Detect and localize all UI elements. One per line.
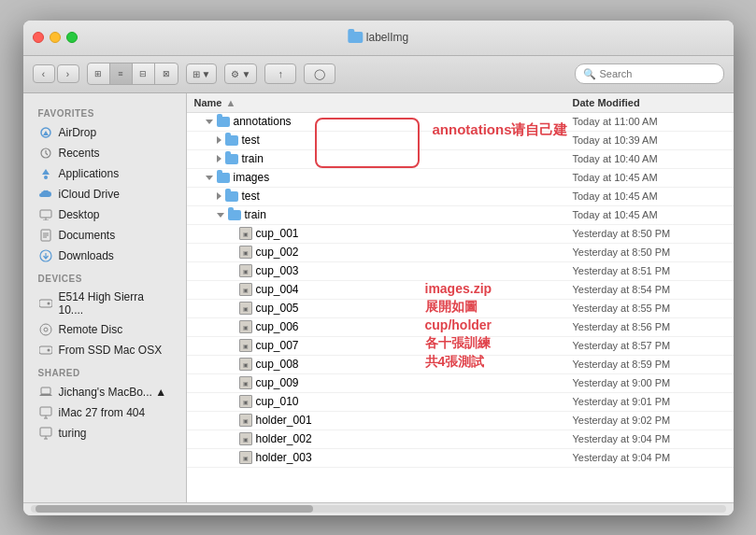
icon-view-button[interactable]: ⊞: [88, 63, 110, 84]
sidebar-item-remote[interactable]: Remote Disc: [23, 319, 186, 340]
file-name-cell: train: [187, 150, 565, 167]
back-button[interactable]: ‹: [33, 64, 55, 83]
svg-point-7: [47, 302, 50, 304]
expand-icon[interactable]: [217, 213, 224, 218]
table-row[interactable]: ▣ holder_001 Yesterday at 9:02 PM: [187, 412, 734, 430]
maximize-button[interactable]: [66, 32, 78, 43]
folder-icon: [228, 210, 241, 220]
table-row[interactable]: ▣ cup_004 Yesterday at 8:54 PM: [187, 281, 734, 300]
image-file-icon: ▣: [239, 414, 252, 427]
folder-icon: [225, 191, 238, 202]
sidebar-item-desktop[interactable]: Desktop: [23, 204, 186, 225]
sidebar-item-imac27[interactable]: iMac 27 from 404: [23, 402, 186, 423]
mac-icon: [38, 426, 53, 441]
file-date-cell: Today at 10:45 AM: [565, 189, 734, 204]
table-row[interactable]: train Today at 10:40 AM: [187, 150, 734, 169]
file-date-cell: Today at 10:39 AM: [565, 133, 734, 148]
sidebar-item-applications[interactable]: Applications: [23, 163, 186, 184]
file-date-cell: Today at 10:45 AM: [565, 207, 734, 222]
table-row[interactable]: ▣ cup_007 Yesterday at 8:57 PM: [187, 337, 734, 356]
image-file-icon: ▣: [239, 432, 252, 445]
svg-rect-12: [41, 387, 50, 394]
sidebar-item-icloud[interactable]: iCloud Drive: [23, 184, 186, 204]
image-file-icon: ▣: [239, 246, 252, 259]
arrange-button[interactable]: ⊞ ▼: [186, 63, 218, 84]
bottom-bar: [23, 502, 734, 515]
image-file-icon: ▣: [239, 320, 252, 333]
table-row[interactable]: test Today at 10:39 AM: [187, 132, 734, 150]
folder-icon: [217, 117, 230, 127]
tag-button[interactable]: ◯: [304, 63, 335, 84]
sidebar-item-recents[interactable]: Recents: [23, 143, 186, 163]
sidebar-item-downloads[interactable]: Downloads: [23, 246, 186, 266]
devices-label: Devices: [23, 266, 186, 288]
table-row[interactable]: ▣ cup_005 Yesterday at 8:55 PM: [187, 300, 734, 318]
scrollbar-thumb[interactable]: [36, 505, 314, 513]
name-column-header[interactable]: Name ▲: [187, 93, 565, 112]
table-row[interactable]: ▣ holder_002 Yesterday at 9:04 PM: [187, 430, 734, 449]
date-column-header[interactable]: Date Modified: [565, 93, 734, 112]
list-view-button[interactable]: ≡: [110, 63, 133, 84]
image-file-icon: ▣: [239, 302, 252, 315]
expand-icon[interactable]: [217, 155, 221, 162]
imac-icon: [38, 405, 53, 420]
share-button[interactable]: ↑: [264, 63, 296, 84]
svg-point-8: [40, 324, 51, 335]
desktop-icon: [38, 207, 53, 222]
table-row[interactable]: ▣ cup_008 Yesterday at 8:59 PM: [187, 356, 734, 374]
sidebar-item-fromssd[interactable]: From SSD Mac OSX: [23, 340, 186, 360]
favorites-label: Favorites: [23, 101, 186, 122]
file-date-cell: Today at 10:40 AM: [565, 151, 734, 166]
ssd-icon: [38, 343, 53, 358]
svg-point-11: [47, 348, 50, 351]
shared-label: Shared: [23, 360, 186, 382]
image-file-icon: ▣: [239, 358, 252, 371]
table-row[interactable]: annotations Today at 11:00 AM: [187, 113, 734, 132]
column-view-button[interactable]: ⊟: [133, 63, 155, 84]
table-row[interactable]: test Today at 10:45 AM: [187, 188, 734, 206]
sidebar-item-documents[interactable]: Documents: [23, 225, 186, 246]
forward-button[interactable]: ›: [57, 64, 79, 83]
svg-rect-3: [40, 210, 51, 218]
minimize-button[interactable]: [50, 32, 61, 43]
table-row[interactable]: ▣ cup_002 Yesterday at 8:50 PM: [187, 244, 734, 262]
table-row[interactable]: train Today at 10:45 AM: [187, 206, 734, 225]
sidebar-item-airdrop[interactable]: AirDrop: [23, 122, 186, 143]
close-button[interactable]: [33, 32, 44, 43]
folder-icon: [217, 173, 230, 183]
cover-flow-button[interactable]: ⊠: [155, 63, 178, 84]
table-row[interactable]: images Today at 10:45 AM: [187, 169, 734, 188]
table-row[interactable]: ▣ cup_001 Yesterday at 8:50 PM: [187, 225, 734, 244]
sidebar-item-turing[interactable]: turing: [23, 423, 186, 443]
table-row[interactable]: ▣ cup_003 Yesterday at 8:51 PM: [187, 262, 734, 281]
expand-icon[interactable]: [217, 192, 221, 200]
image-file-icon: ▣: [239, 376, 252, 389]
search-input[interactable]: [600, 68, 716, 79]
image-file-icon: ▣: [239, 451, 252, 464]
sidebar-item-jichang[interactable]: Jichang's MacBo... ▲: [23, 382, 186, 402]
file-list: Name ▲ Date Modified annotations: [187, 93, 734, 502]
table-row[interactable]: ▣ cup_010 Yesterday at 9:01 PM: [187, 393, 734, 412]
image-file-icon: ▣: [239, 339, 252, 352]
svg-rect-10: [39, 346, 52, 354]
table-row[interactable]: ▣ cup_009 Yesterday at 9:00 PM: [187, 374, 734, 393]
airdrop-icon: [38, 125, 53, 140]
search-box[interactable]: 🔍: [575, 63, 724, 84]
turing-label: turing: [59, 427, 87, 440]
downloads-icon: [38, 248, 53, 263]
svg-point-9: [44, 328, 48, 331]
expand-icon[interactable]: [206, 120, 213, 124]
folder-icon: [225, 154, 238, 164]
expand-icon[interactable]: [217, 136, 221, 144]
sidebar-item-e514[interactable]: E514 High Sierra 10....: [23, 288, 186, 319]
expand-icon[interactable]: [206, 176, 213, 180]
nav-buttons: ‹ ›: [33, 64, 79, 83]
horizontal-scrollbar[interactable]: [31, 505, 726, 513]
action-button[interactable]: ⚙ ▼: [224, 63, 257, 84]
table-row[interactable]: ▣ cup_006 Yesterday at 8:56 PM: [187, 318, 734, 337]
file-date-cell: Today at 11:00 AM: [565, 114, 734, 129]
titlebar: labelImg: [23, 21, 734, 56]
file-name-cell: annotations: [187, 113, 565, 130]
svg-rect-6: [39, 300, 52, 307]
table-row[interactable]: ▣ holder_003 Yesterday at 9:04 PM: [187, 449, 734, 468]
